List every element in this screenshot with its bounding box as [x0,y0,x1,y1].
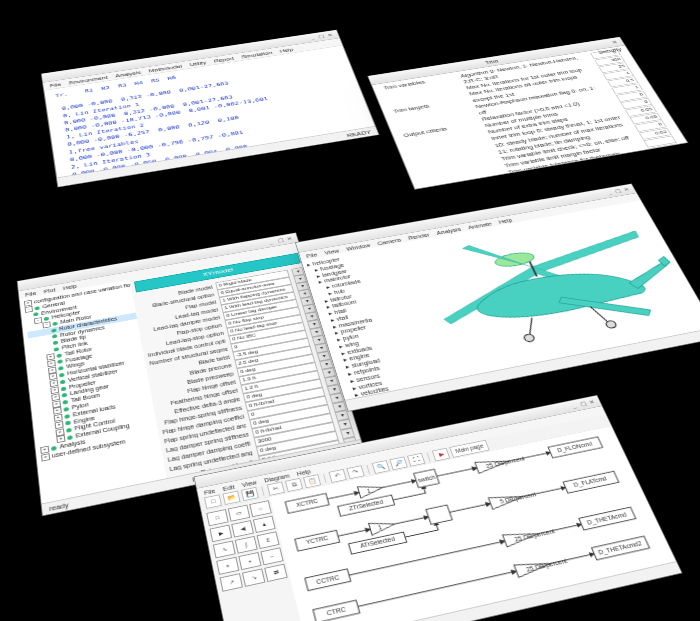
scene-node[interactable]: ▸ vtail [324,302,415,325]
property-value-field[interactable]: 0 deg [243,379,323,403]
property-value-field[interactable]: 0 deg [249,404,331,428]
scene-node[interactable]: ▸ propeller [328,315,420,338]
tree-node[interactable]: +Propeller [34,369,152,398]
svg-text:5 DB/percent: 5 DB/percent [499,492,537,505]
console-window: _ ▢ ✕ FileEnvironmentAnalysisMathmodelUt… [41,30,380,188]
minimize-icon[interactable]: _ [267,239,276,245]
svg-text:D_THETAcmd2: D_THETAcmd2 [597,540,643,556]
scene-node[interactable]: ▸ tailboom [320,290,410,313]
maximize-icon[interactable]: ▢ [613,188,623,194]
svg-marker-24 [369,518,397,535]
viewer-3d-window: _▢✕ FileViewWindowCameraRenderAnalysisAn… [295,183,700,411]
palette-block[interactable]: × [216,557,239,575]
palette-block[interactable]: ◀ [231,520,254,537]
svg-rect-31 [305,569,351,591]
svg-marker-0 [525,231,648,273]
palette-block[interactable]: ∿ [213,541,236,559]
property-value-field[interactable]: 3000 [254,422,336,447]
maximize-icon[interactable]: ▢ [579,400,589,407]
palette-block[interactable]: ∫ [235,536,258,554]
landing-gear [516,304,617,345]
palette-block[interactable]: □ [206,509,228,526]
minimize-icon[interactable]: _ [604,190,614,196]
dropdown-arrow-icon[interactable]: ▾ [340,428,355,439]
property-value-field[interactable]: 0 ft-lb/rad [245,387,326,411]
tree-node[interactable]: +External loads [37,396,157,426]
property-value-field[interactable]: 1.2 ft [241,370,321,393]
wing [557,283,653,330]
svg-point-5 [523,333,535,342]
svg-marker-39 [514,557,553,577]
svg-text:ATrSelected: ATrSelected [359,536,395,549]
minimize-icon[interactable]: _ [570,402,580,409]
close-icon[interactable]: ✕ [622,187,632,193]
viewer-status [345,327,700,410]
tree-node[interactable]: +External Coupling [39,417,161,448]
tree-node[interactable]: +Flight Control [38,410,159,440]
rotor-blades [418,217,668,331]
svg-rect-20 [295,530,340,551]
palette-block[interactable]: ○ [249,500,272,517]
svg-rect-41 [592,536,650,560]
scene-node[interactable]: ▸ tipPath [350,382,446,408]
svg-text:25 DB/percent: 25 DB/percent [514,528,557,543]
scene-node[interactable]: ▸ pylon [330,321,422,345]
palette-block[interactable]: ↘ [242,568,265,586]
svg-rect-22 [349,532,407,554]
scene-node[interactable]: ▸ htail [322,296,412,319]
close-icon[interactable]: ✕ [610,40,620,46]
svg-line-6 [590,305,608,324]
property-value-field[interactable]: 1.9 ft [239,362,318,385]
bd-status [233,561,682,621]
svg-text:25 DB/percent: 25 DB/percent [485,456,526,469]
palette-block[interactable]: ▲ [253,516,276,533]
property-value-field[interactable]: 0 ft-lb/rad [251,413,333,438]
trim-body: Security Trim variablesTrim targetsOutpu… [372,45,687,189]
palette-block[interactable]: ▶ [209,525,232,543]
palette-block[interactable]: ⇄ [264,564,288,582]
palette-block[interactable]: Σ [257,531,280,549]
palette-block[interactable]: ↗ [220,573,243,592]
minimize-icon[interactable]: _ [307,35,316,41]
svg-line-4 [523,318,539,335]
scene-node[interactable]: ▸ extloads [334,335,427,359]
dropdown-arrow-icon[interactable]: ▾ [337,419,352,430]
close-icon[interactable]: ✕ [587,399,597,406]
svg-marker-12 [357,482,384,498]
scene-node[interactable]: ▸ engine [337,341,430,365]
scene-node[interactable]: ▸ velocities [348,375,443,400]
help-button[interactable]: Help [676,160,687,167]
svg-text:CTRC: CTRC [326,606,346,617]
scene-node[interactable]: ▸ wing [332,328,424,352]
status-ready: ready [49,501,69,511]
trim-window: Trim ✕ Security Trim variablesTrim targe… [367,37,688,190]
svg-point-7 [605,320,618,329]
svg-marker-33 [503,528,541,547]
palette-block[interactable]: + [238,552,261,570]
scene-node[interactable]: ▸ massinertia [326,309,417,332]
tree-node[interactable]: +Engine [38,403,159,433]
property-value-field[interactable]: 0 [247,396,328,420]
scene-node[interactable]: ▸ vortices [345,368,440,393]
svg-text:YCTRC: YCTRC [305,535,329,546]
maximize-icon[interactable]: ▢ [276,237,285,243]
close-button[interactable]: Close [512,188,533,189]
tree-node[interactable]: +user-defined subsystem [41,431,164,462]
tree-node[interactable]: +Analysis [40,424,162,455]
scene-node[interactable]: ▸ slungload [339,348,433,372]
svg-rect-37 [313,600,360,621]
maximize-icon[interactable]: ▢ [317,34,326,40]
palette-block[interactable]: − [260,547,283,565]
scene-node[interactable]: ▸ controls [352,390,448,411]
scene-node[interactable]: ▸ sensors [343,362,438,387]
scene-node[interactable]: ▸ refpoints [341,355,435,380]
svg-rect-26 [426,505,452,524]
palette-block[interactable]: ▭ [228,505,251,522]
close-icon[interactable]: ✕ [326,32,335,38]
tree-node[interactable]: +Pylon [36,389,156,419]
tree-node[interactable]: +Tail Boom [35,382,154,411]
tree-node[interactable]: +Landing gear [35,375,153,404]
tree-node[interactable]: +Vertical stabilizer [33,362,150,390]
close-icon[interactable]: ✕ [285,236,294,242]
svg-text:CCTRC: CCTRC [315,574,340,585]
